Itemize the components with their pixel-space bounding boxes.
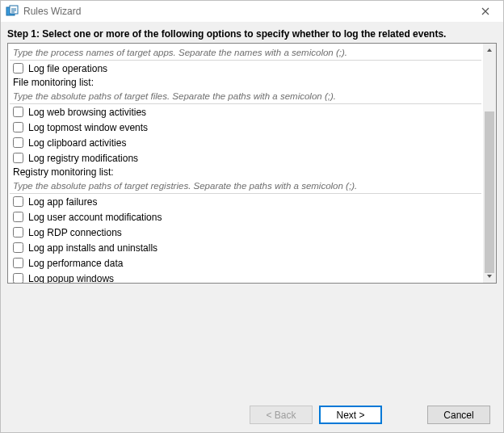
label-log-user-account-mods: Log user account modifications: [28, 212, 162, 223]
label-log-file-operations: Log file operations: [28, 63, 107, 74]
checkbox-log-web-browsing[interactable]: [13, 107, 23, 117]
label-log-rdp: Log RDP connections: [28, 227, 122, 238]
checkbox-log-rdp[interactable]: [13, 227, 23, 238]
option-row: Log registry modifications: [10, 150, 481, 166]
label-log-performance: Log performance data: [28, 258, 123, 269]
step-heading: Step 1: Select one or more of the follow…: [7, 28, 497, 40]
scroll-up-icon[interactable]: [483, 44, 496, 57]
scroll-track[interactable]: [483, 57, 496, 270]
checkbox-log-popup-windows[interactable]: [13, 273, 23, 283]
titlebar: Rules Wizard: [1, 1, 503, 22]
file-paths-input[interactable]: [10, 89, 481, 104]
app-icon: [6, 5, 19, 18]
option-row: Log popup windows: [10, 271, 481, 283]
back-button: < Back: [250, 406, 313, 424]
checkbox-log-app-installs[interactable]: [13, 242, 23, 253]
label-log-popup-windows: Log popup windows: [28, 273, 114, 284]
scroll-thumb[interactable]: [485, 111, 494, 273]
client-area: Step 1: Select one or more of the follow…: [1, 22, 503, 432]
checkbox-log-topmost-window[interactable]: [13, 122, 23, 132]
process-names-input[interactable]: [10, 45, 481, 61]
label-log-app-installs: Log app installs and uninstalls: [28, 242, 158, 254]
checkbox-log-file-operations[interactable]: [13, 63, 23, 74]
label-log-topmost-window: Log topmost window events: [28, 122, 148, 133]
next-button[interactable]: Next >: [319, 406, 382, 424]
option-row: Log RDP connections: [10, 225, 481, 240]
window-title: Rules Wizard: [23, 6, 471, 17]
scrollbar[interactable]: [483, 44, 496, 283]
checkbox-log-user-account-mods[interactable]: [13, 212, 23, 222]
checkbox-log-performance[interactable]: [13, 258, 23, 268]
checkbox-log-clipboard[interactable]: [13, 137, 23, 148]
wizard-buttons: < Back Next > Cancel: [7, 401, 497, 424]
option-row: Log clipboard activities: [10, 135, 481, 150]
options-scroll[interactable]: Log file operations File monitoring list…: [8, 44, 483, 283]
registry-paths-input[interactable]: [10, 179, 481, 194]
option-row: Log topmost window events: [10, 120, 481, 135]
close-button[interactable]: [471, 2, 500, 20]
label-log-app-failures: Log app failures: [28, 196, 97, 208]
label-log-registry-mods: Log registry modifications: [28, 153, 138, 164]
cancel-button[interactable]: Cancel: [427, 406, 490, 424]
checkbox-log-app-failures[interactable]: [13, 196, 23, 207]
checkbox-log-registry-mods[interactable]: [13, 153, 23, 163]
option-row: Log performance data: [10, 255, 481, 271]
option-row: Log app failures: [10, 194, 481, 209]
registry-monitoring-label: Registry monitoring list:: [10, 166, 481, 179]
options-list: Log file operations File monitoring list…: [7, 43, 497, 284]
file-monitoring-label: File monitoring list:: [10, 76, 481, 89]
rules-wizard-window: Rules Wizard Step 1: Select one or more …: [0, 0, 504, 433]
label-log-web-browsing: Log web browsing activities: [28, 107, 146, 118]
label-log-clipboard: Log clipboard activities: [28, 137, 126, 149]
option-row: Log web browsing activities: [10, 104, 481, 120]
option-row: Log file operations: [10, 61, 481, 76]
option-row: Log app installs and uninstalls: [10, 240, 481, 255]
option-row: Log user account modifications: [10, 209, 481, 225]
